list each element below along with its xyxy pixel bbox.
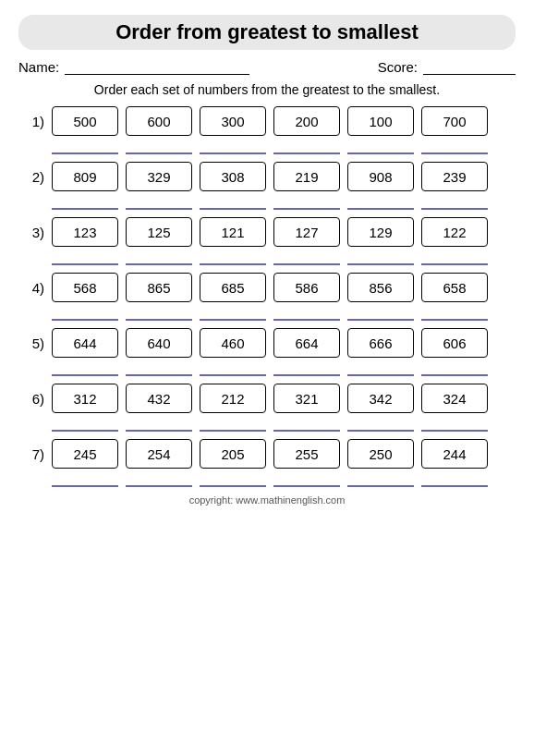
number-box-3-4: 127 — [273, 217, 340, 247]
answer-line-7-2[interactable] — [126, 472, 192, 487]
number-box-1-1: 500 — [52, 106, 118, 136]
answer-line-2-3[interactable] — [200, 195, 266, 210]
answer-line-1-3[interactable] — [200, 140, 266, 154]
number-box-1-6: 700 — [421, 106, 488, 136]
problem-number-2: 2) — [18, 169, 44, 185]
instruction-text: Order each set of numbers from the great… — [18, 82, 516, 97]
problem-block-4: 4)568865685586856658 — [18, 273, 516, 321]
answer-line-2-2[interactable] — [126, 195, 192, 210]
answer-line-5-3[interactable] — [200, 361, 266, 376]
answer-line-5-1[interactable] — [52, 361, 118, 376]
answer-line-4-3[interactable] — [200, 306, 266, 321]
number-box-1-2: 600 — [126, 106, 192, 136]
answer-line-6-3[interactable] — [200, 417, 266, 432]
answer-line-6-4[interactable] — [273, 417, 340, 432]
number-box-2-4: 219 — [273, 162, 340, 191]
answer-line-6-2[interactable] — [126, 417, 192, 432]
number-box-7-2: 254 — [126, 439, 192, 469]
answer-line-5-5[interactable] — [347, 361, 414, 376]
answer-line-1-2[interactable] — [126, 140, 192, 154]
answer-line-4-5[interactable] — [347, 306, 414, 321]
problem-block-5: 5)644640460664666606 — [18, 328, 516, 376]
answer-line-7-4[interactable] — [273, 472, 340, 487]
number-box-2-3: 308 — [200, 162, 266, 191]
number-box-1-4: 200 — [273, 106, 340, 136]
answer-line-4-1[interactable] — [52, 306, 118, 321]
number-box-6-5: 342 — [347, 384, 414, 413]
answer-line-5-2[interactable] — [126, 361, 192, 376]
number-box-5-4: 664 — [273, 328, 340, 358]
number-box-6-4: 321 — [273, 384, 340, 413]
answer-line-3-6[interactable] — [421, 250, 488, 265]
answer-line-2-1[interactable] — [52, 195, 118, 210]
number-box-6-1: 312 — [52, 384, 118, 413]
page-title: Order from greatest to smallest — [18, 15, 516, 50]
name-input-line — [65, 60, 249, 75]
number-box-7-6: 244 — [421, 439, 488, 469]
score-label: Score: — [378, 59, 418, 75]
number-box-5-2: 640 — [126, 328, 192, 358]
answer-line-3-2[interactable] — [126, 250, 192, 265]
copyright-text: copyright: www.mathinenglish.com — [18, 494, 516, 506]
number-box-6-3: 212 — [200, 384, 266, 413]
number-box-2-5: 908 — [347, 162, 414, 191]
number-box-4-6: 658 — [421, 273, 488, 302]
number-box-1-5: 100 — [347, 106, 414, 136]
answer-line-7-1[interactable] — [52, 472, 118, 487]
number-box-1-3: 300 — [200, 106, 266, 136]
answer-line-1-1[interactable] — [52, 140, 118, 154]
number-box-7-4: 255 — [273, 439, 340, 469]
answer-line-6-1[interactable] — [52, 417, 118, 432]
answer-line-1-4[interactable] — [273, 140, 340, 154]
number-box-4-1: 568 — [52, 273, 118, 302]
number-box-3-2: 125 — [126, 217, 192, 247]
problem-number-1: 1) — [18, 114, 44, 129]
answer-line-6-6[interactable] — [421, 417, 488, 432]
number-box-6-2: 432 — [126, 384, 192, 413]
answer-line-7-5[interactable] — [347, 472, 414, 487]
problem-number-5: 5) — [18, 335, 44, 351]
answer-line-2-6[interactable] — [421, 195, 488, 210]
number-box-3-5: 129 — [347, 217, 414, 247]
answer-line-4-2[interactable] — [126, 306, 192, 321]
score-input-line — [423, 60, 516, 75]
answer-line-2-4[interactable] — [273, 195, 340, 210]
answer-line-3-5[interactable] — [347, 250, 414, 265]
number-box-5-5: 666 — [347, 328, 414, 358]
problem-number-6: 6) — [18, 391, 44, 407]
answer-line-3-3[interactable] — [200, 250, 266, 265]
problem-block-6: 6)312432212321342324 — [18, 384, 516, 432]
answer-line-4-6[interactable] — [421, 306, 488, 321]
answer-line-3-4[interactable] — [273, 250, 340, 265]
number-box-4-2: 865 — [126, 273, 192, 302]
problem-number-3: 3) — [18, 225, 44, 240]
number-box-2-6: 239 — [421, 162, 488, 191]
answer-line-2-5[interactable] — [347, 195, 414, 210]
problem-block-7: 7)245254205255250244 — [18, 439, 516, 487]
number-box-3-6: 122 — [421, 217, 488, 247]
name-label: Name: — [18, 59, 59, 75]
answer-line-1-5[interactable] — [347, 140, 414, 154]
answer-line-7-3[interactable] — [200, 472, 266, 487]
problem-block-3: 3)123125121127129122 — [18, 217, 516, 265]
number-box-4-3: 685 — [200, 273, 266, 302]
answer-line-4-4[interactable] — [273, 306, 340, 321]
number-box-2-2: 329 — [126, 162, 192, 191]
answer-line-3-1[interactable] — [52, 250, 118, 265]
problem-block-2: 2)809329308219908239 — [18, 162, 516, 210]
problem-block-1: 1)500600300200100700 — [18, 106, 516, 154]
answer-line-7-6[interactable] — [421, 472, 488, 487]
number-box-7-5: 250 — [347, 439, 414, 469]
answer-line-5-4[interactable] — [273, 361, 340, 376]
answer-line-6-5[interactable] — [347, 417, 414, 432]
number-box-3-1: 123 — [52, 217, 118, 247]
answer-line-5-6[interactable] — [421, 361, 488, 376]
number-box-7-1: 245 — [52, 439, 118, 469]
number-box-2-1: 809 — [52, 162, 118, 191]
problems-container: 1)5006003002001007002)809329308219908239… — [18, 106, 516, 487]
number-box-3-3: 121 — [200, 217, 266, 247]
problem-number-4: 4) — [18, 280, 44, 296]
answer-line-1-6[interactable] — [421, 140, 488, 154]
number-box-4-4: 586 — [273, 273, 340, 302]
number-box-5-6: 606 — [421, 328, 488, 358]
